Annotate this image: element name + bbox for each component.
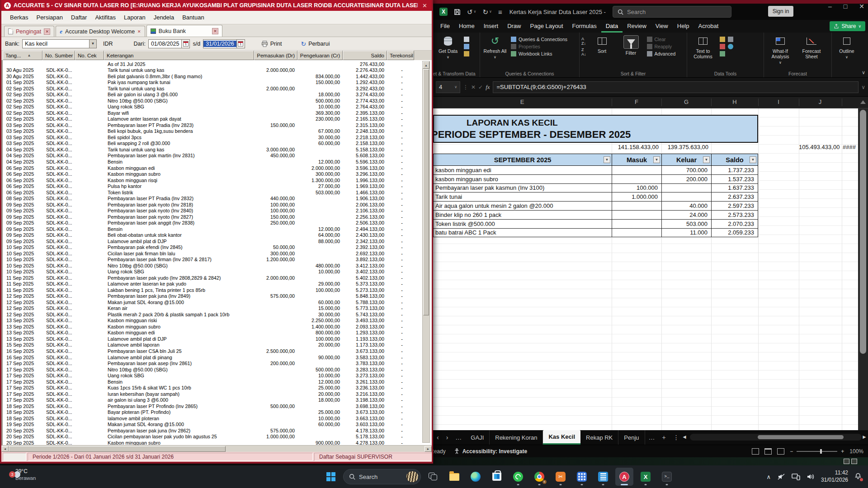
- hscroll-right-icon[interactable]: ►: [862, 434, 867, 440]
- vertical-scrollbar[interactable]: [858, 108, 868, 430]
- transaction-row[interactable]: 04 Sep 2025 SDL-KK-0... Pembayaran laser…: [3, 153, 432, 159]
- notes-app-button[interactable]: [594, 468, 612, 486]
- close-tab-icon[interactable]: ✕: [44, 28, 50, 35]
- scrollbar-thumb[interactable]: [423, 69, 429, 315]
- ribbon-tab[interactable]: Home: [454, 20, 479, 33]
- ribbon-tab[interactable]: Formulas: [568, 20, 601, 33]
- column-header-f[interactable]: F: [635, 99, 638, 105]
- transaction-row[interactable]: 17 Sep 2025 SDL-KK-0... Iuran kebersihan…: [3, 391, 432, 397]
- ribbon-tab[interactable]: File: [436, 20, 454, 33]
- menu-item[interactable]: Daftar: [67, 12, 91, 23]
- header-masuk[interactable]: Masuk ▼: [612, 154, 662, 165]
- transaction-row[interactable]: 20 Sep 2025 SDL-KK-0... Pembayaran laser…: [3, 427, 432, 434]
- header-september[interactable]: SEPTEMBER 2025 ▼: [434, 154, 612, 165]
- sheet-tab[interactable]: Rekap RK: [580, 430, 618, 445]
- transaction-row[interactable]: 06 Sep 2025 SDL-KK-0... Token listrik 50…: [3, 189, 432, 196]
- get-data-button[interactable]: Get Data∨: [435, 35, 461, 59]
- tab-buku-bank[interactable]: Buku Bank ✕: [146, 25, 222, 37]
- column-header-e[interactable]: E: [520, 99, 524, 105]
- filter-dropdown-icon[interactable]: ▼: [750, 156, 756, 163]
- notification-button[interactable]: [854, 472, 862, 481]
- scrollbar-thumb[interactable]: [758, 435, 844, 439]
- scroll-right-icon[interactable]: ►: [425, 446, 432, 452]
- transaction-row[interactable]: 11 Sep 2025 SDL-KK-0... Lakban bening 1 …: [3, 287, 432, 293]
- bank-select[interactable]: Kas kecil ▼: [22, 39, 97, 48]
- edge-button[interactable]: [467, 468, 485, 486]
- header-terekonsil[interactable]: Terekonsil: [387, 51, 414, 60]
- task-view-button[interactable]: [424, 468, 442, 486]
- table-row[interactable]: Binder klip no 260 1 pack 24.000 2.573.2…: [433, 211, 758, 220]
- transaction-row[interactable]: 20 Sep 2025 SDL-KK-0... Kasbon mingguan …: [3, 440, 432, 445]
- tab-pengingat[interactable]: Pengingat ✕: [4, 26, 54, 37]
- zoom-level[interactable]: 100%: [849, 448, 863, 455]
- worksheet-grid[interactable]: LAPORAN KAS KECIL PERIODE SEPTEMBER - DE…: [433, 108, 868, 430]
- transaction-row[interactable]: 18 Sep 2025 SDL-KK-0... Bayar ploteran (…: [3, 409, 432, 415]
- transaction-row[interactable]: 11 Sep 2025 SDL-KK-0... Pembayaran laser…: [3, 275, 432, 281]
- refresh-all-button[interactable]: ↺ Refresh All∨: [482, 35, 508, 59]
- calculator-button[interactable]: [573, 468, 591, 486]
- ribbon-tab[interactable]: Help: [673, 20, 694, 33]
- transaction-row[interactable]: 08 Sep 2025 SDL-KK-0... Pembayaran laser…: [3, 195, 432, 202]
- volume-icon[interactable]: [807, 473, 815, 480]
- transaction-row[interactable]: 10 Sep 2025 SDL-KK-0... Uang rokok SBG 1…: [3, 269, 432, 275]
- transaction-row[interactable]: 11 Sep 2025 SDL-KK-0... Lalamove anter l…: [3, 281, 432, 287]
- column-header-j[interactable]: J: [819, 99, 822, 105]
- enter-icon[interactable]: ✓: [478, 84, 483, 90]
- outline-button[interactable]: Outline∨: [834, 35, 860, 59]
- horizontal-scrollbar[interactable]: ◄ ►: [1, 445, 432, 452]
- insert-function-icon[interactable]: fx: [486, 84, 490, 91]
- transaction-row[interactable]: 16 Sep 2025 SDL-KK-0... Lalamove ambil p…: [3, 354, 432, 361]
- minimize-button[interactable]: –: [828, 3, 832, 10]
- tab-welcome[interactable]: e Accurate Desktop Welcome ✕: [56, 26, 145, 37]
- transaction-row[interactable]: 30 Agu 2025 SDL-KK-0... Beli plat galvan…: [3, 73, 432, 80]
- page-break-view-icon[interactable]: [777, 448, 784, 455]
- sheet-next-icon[interactable]: ›: [443, 434, 452, 441]
- transaction-row[interactable]: 01 Sep 2025 SDL-KK-0... Pak iyas numpang…: [3, 80, 432, 86]
- weather-widget[interactable]: 3 29°C Berawan: [12, 468, 36, 481]
- menu-item[interactable]: Aktifitas: [91, 12, 120, 23]
- zoom-out-icon[interactable]: −: [790, 448, 793, 455]
- transaction-row[interactable]: 02 Sep 2025 SDL-KK-0... Beli air galon i…: [3, 92, 432, 98]
- file-explorer-button[interactable]: [445, 468, 463, 486]
- transaction-row[interactable]: 04 Sep 2025 SDL-KK-0... Bensin 12.000,00…: [3, 159, 432, 165]
- transaction-row[interactable]: 02 Sep 2025 SDL-KK-0... Lalamove anter l…: [3, 116, 432, 122]
- table-row[interactable]: Pembayaran laser pak kasmun (Inv 3100) 1…: [433, 184, 758, 193]
- transaction-row[interactable]: 06 Sep 2025 SDL-KK-0... Kasbon mingguan …: [3, 171, 432, 177]
- queries-connections-button[interactable]: Queries & Connections: [511, 37, 567, 42]
- store-button[interactable]: [488, 468, 506, 486]
- transaction-row[interactable]: 12 Sep 2025 SDL-KK-0... Pembayaran laser…: [3, 293, 432, 300]
- phone-link-icon[interactable]: [792, 473, 800, 480]
- transaction-row[interactable]: 13 Sep 2025 SDL-KK-0... Kasbon mingguan …: [3, 318, 432, 324]
- transaction-row[interactable]: 17 Sep 2025 SDL-KK-0... Pembayaran laser…: [3, 360, 432, 366]
- sheet-overflow-icon[interactable]: …: [645, 434, 659, 441]
- flash-fill-icon[interactable]: [720, 37, 725, 42]
- transaction-row[interactable]: 10 Sep 2025 SDL-KK-0... Nitro 10tbg @50.…: [3, 263, 432, 269]
- close-tab-icon[interactable]: ✕: [212, 28, 218, 34]
- hscroll-left-icon[interactable]: ◄: [682, 434, 687, 440]
- sheet-tab[interactable]: GAJI: [465, 430, 490, 445]
- dropdown-icon[interactable]: ▼: [89, 40, 96, 48]
- menu-item[interactable]: Bantuan: [178, 12, 208, 23]
- ribbon-tab[interactable]: Page Layout: [526, 20, 568, 33]
- transaction-row[interactable]: 12 Sep 2025 SDL-KK-0... Keran air 15.000…: [3, 305, 432, 312]
- cancel-icon[interactable]: ✕: [471, 84, 476, 90]
- name-box[interactable]: 4 ∨: [436, 81, 460, 93]
- transaction-row[interactable]: 03 Sep 2025 SDL-KK-0... Beli kopi bubuk,…: [3, 128, 432, 135]
- date-from-field[interactable]: 01/08/2025 1: [148, 39, 190, 48]
- header-keterangan[interactable]: Keterangan: [104, 51, 254, 60]
- sort-az-icon[interactable]: AZ↓: [581, 37, 586, 46]
- column-header-i[interactable]: I: [778, 99, 779, 105]
- whatsapp-button[interactable]: [509, 468, 527, 486]
- clear-button[interactable]: Clear: [647, 37, 676, 42]
- transaction-row[interactable]: 12 Sep 2025 SDL-KK-0... Makan jumat SDL …: [3, 299, 432, 305]
- vertical-scrollbar[interactable]: ▲: [422, 61, 430, 443]
- calendar-icon[interactable]: 1: [181, 40, 189, 48]
- zoom-in-icon[interactable]: +: [841, 448, 844, 455]
- muted-icon[interactable]: [777, 473, 785, 480]
- transaction-row[interactable]: 10 Sep 2025 SDL-KK-0... Pembayaran pak e…: [3, 244, 432, 250]
- text-to-columns-button[interactable]: Text to Columns: [689, 35, 717, 59]
- transaction-row[interactable]: 09 Sep 2025 SDL-KK-0... Pembayaran laser…: [3, 214, 432, 220]
- transaction-row[interactable]: 03 Sep 2025 SDL-KK-0... Beli spidol 3pcs…: [3, 134, 432, 141]
- sheet-options-icon[interactable]: ⋮: [670, 434, 683, 441]
- ribbon-tab[interactable]: View: [651, 20, 673, 33]
